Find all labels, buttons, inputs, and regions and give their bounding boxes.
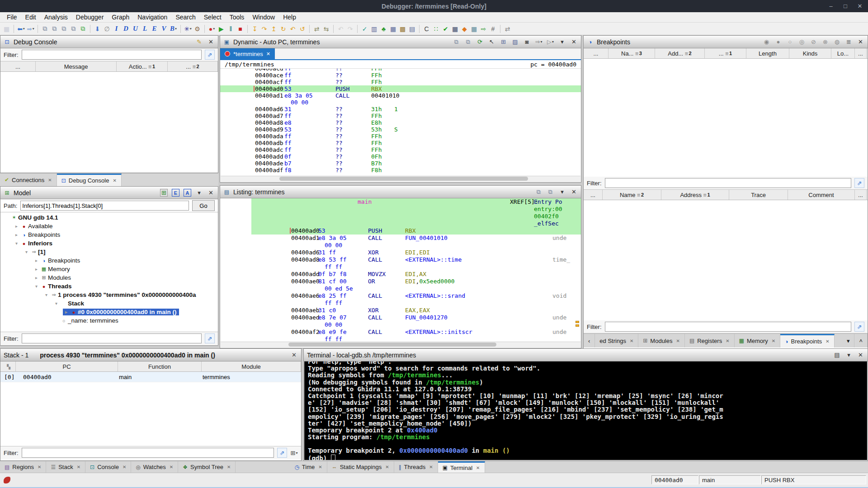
stop-icon[interactable]: ■: [236, 24, 245, 34]
disassembly-row[interactable]: 00400ad7ff??FFh: [220, 113, 581, 119]
close-icon[interactable]: ✕: [123, 465, 126, 469]
disassembly-row[interactable]: 00400aeb31 c0XOREAX,EAX: [220, 307, 581, 314]
close-icon[interactable]: ✕: [857, 351, 864, 359]
minimize-button[interactable]: –: [827, 3, 835, 9]
resume-icon[interactable]: ▶: [217, 24, 226, 34]
table-filter-icon[interactable]: ≣: [845, 38, 853, 46]
marker-d-icon[interactable]: D: [121, 24, 131, 34]
copy-icon[interactable]: ⧉: [40, 24, 50, 34]
model-tree-row[interactable]: ▾●Threads: [0, 282, 218, 291]
tab-connections[interactable]: ✔Connections✕: [0, 174, 57, 186]
model-tree-row[interactable]: ▾●Inferiors: [0, 239, 218, 248]
stack-frame-row[interactable]: [0]00400ad0maintermmines: [0, 372, 301, 382]
tab-console[interactable]: ⊡Console✕: [85, 461, 131, 473]
close-icon[interactable]: ✕: [170, 465, 173, 469]
menu-window[interactable]: Window: [248, 13, 279, 22]
breakpoint-locations-column-header[interactable]: ...: [855, 190, 867, 200]
debug-console-column-header[interactable]: Message: [36, 61, 117, 71]
breakpoints-filter-input[interactable]: [605, 178, 852, 188]
paste-icon[interactable]: ⧉: [547, 188, 554, 196]
table-settings-icon[interactable]: ⊞▾: [290, 449, 298, 457]
elements-mode-icon[interactable]: E: [172, 189, 179, 197]
close-icon[interactable]: ✕: [476, 465, 480, 470]
menu-analysis[interactable]: Analysis: [40, 13, 72, 22]
close-icon[interactable]: ✕: [772, 338, 775, 343]
clear-all-breakpoints-icon[interactable]: ⊗: [821, 38, 829, 46]
close-icon[interactable]: ✕: [676, 338, 679, 343]
pause-icon[interactable]: ‖: [226, 24, 236, 34]
menu-debugger[interactable]: Debugger: [72, 13, 108, 22]
disassembly-row[interactable]: ff ff: [220, 263, 581, 271]
disassembly-row[interactable]: 00400af2e8 e9 feCALL<EXTERNAL>::initscru…: [220, 328, 581, 336]
marker-e-icon[interactable]: E: [150, 24, 159, 34]
memory-map-icon[interactable]: ▩: [398, 24, 407, 34]
disassembly-row[interactable]: 00400add0f??0Fh: [220, 153, 581, 160]
tree-expand-icon[interactable]: ▸: [33, 275, 40, 280]
menu-select[interactable]: Select: [200, 13, 226, 22]
tab-modules[interactable]: ⊞Modules✕: [638, 334, 685, 347]
breakpoint-locations-column-header[interactable]: Name≣2: [603, 190, 661, 200]
disassembly-row[interactable]: 00 00: [220, 242, 581, 249]
diff-icon[interactable]: ▨: [511, 38, 519, 46]
go-button[interactable]: Go: [192, 200, 215, 211]
tab-memory[interactable]: ▦Memory✕: [735, 334, 781, 347]
dropdown-icon[interactable]: ▾: [558, 38, 566, 46]
table-arrow-icon[interactable]: ⇨: [479, 24, 488, 34]
paste-icon[interactable]: ⧉: [59, 24, 69, 34]
copy-special-icon[interactable]: ⧉: [50, 24, 59, 34]
model-tree-row[interactable]: ▸⊞Modules: [0, 273, 218, 282]
disassembly-row[interactable]: 00400adcff??FFh: [220, 146, 581, 153]
model-filter-input[interactable]: [22, 333, 202, 343]
marker-b-icon[interactable]: B▾: [169, 24, 178, 34]
step-into-icon[interactable]: ↧: [250, 24, 259, 34]
table-goto-icon[interactable]: ▦: [469, 24, 479, 34]
menu-navigation[interactable]: Navigation: [133, 13, 171, 22]
close-icon[interactable]: ✕: [857, 38, 864, 46]
clear-breakpoints-icon[interactable]: ⊘: [810, 38, 817, 46]
filter-options-button[interactable]: ⇗: [854, 322, 864, 332]
track-pc-icon[interactable]: ↖: [488, 38, 495, 46]
disassembly-row[interactable]: 00400aede8 7e 07CALLFUN_00401270unde: [220, 314, 581, 321]
tree-expand-icon[interactable]: ▸: [33, 267, 40, 272]
swap-icon[interactable]: ⇄: [503, 24, 512, 34]
close-icon[interactable]: ✕: [266, 51, 270, 57]
snapshot-camera-icon[interactable]: ◙: [523, 38, 531, 46]
close-icon[interactable]: ✕: [227, 465, 231, 469]
listing-disassembly[interactable]: mainXREF[5]:Entry Poentry:0000402f0_elfS…: [220, 198, 581, 342]
disassembly-row[interactable]: 00400ad8e8??E8h: [220, 119, 581, 126]
model-tree-row[interactable]: ▸◑Breakpoints: [0, 230, 218, 239]
debug-console-filter-input[interactable]: [22, 50, 202, 60]
disable-breakpoints-icon[interactable]: ○: [786, 38, 794, 46]
debug-console-column-header[interactable]: ...≣2: [168, 61, 218, 71]
grid-view-icon[interactable]: ▤: [407, 24, 417, 34]
breakpoint-locations-column-header[interactable]: Address≣1: [661, 190, 729, 200]
model-tree-row[interactable]: ▸▦Memory: [0, 265, 218, 273]
breakpoint-locations-column-header[interactable]: Trace: [729, 190, 788, 200]
disassembly-row[interactable]: 00400adbff??FFh: [220, 140, 581, 146]
tab-ed-strings[interactable]: ed Strings✕: [595, 334, 638, 347]
collapse-button[interactable]: ˄: [854, 334, 868, 347]
tab-scroll-left-button[interactable]: ‹: [584, 334, 595, 347]
undo-icon[interactable]: ↶: [336, 24, 345, 34]
tree-expand-icon[interactable]: ▸: [33, 258, 40, 263]
locations-filter-input[interactable]: [605, 322, 852, 332]
redo-icon[interactable]: ↷: [345, 24, 355, 34]
navigate-back-icon[interactable]: ⬅▾: [16, 24, 26, 34]
validate-icon[interactable]: ✓: [360, 24, 369, 34]
model-tree-row[interactable]: ✶GNU gdb 14.1: [0, 213, 218, 222]
tab-regions[interactable]: ▤Regions✕: [0, 461, 46, 473]
disassembly-row[interactable]: ff ff: [220, 300, 581, 307]
menu-help[interactable]: Help: [279, 13, 300, 22]
disassembly-row[interactable]: 00400ad631 ffXOREDI,EDI: [220, 249, 581, 256]
key-icon[interactable]: ✳▾: [183, 24, 193, 34]
menu-search[interactable]: Search: [171, 13, 199, 22]
dropdown-icon[interactable]: ▾: [558, 188, 566, 196]
disassembly-row[interactable]: 00400adff8??F8h: [220, 167, 581, 174]
model-tree-row[interactable]: ▸◑Breakpoints: [0, 256, 218, 265]
tree-expand-icon[interactable]: ▸: [63, 310, 70, 314]
breakpoints-column-header[interactable]: Add...≣2: [655, 48, 705, 58]
paste-icon[interactable]: ⧉: [464, 38, 472, 46]
dynamic-disassembly[interactable]: 00400acdff??FFh00400aceff??FFh00400acfff…: [220, 69, 581, 176]
disassembly-row[interactable]: 00400adeb7??B7h: [220, 160, 581, 167]
tab-terminal[interactable]: ▣Terminal✕: [438, 461, 485, 473]
